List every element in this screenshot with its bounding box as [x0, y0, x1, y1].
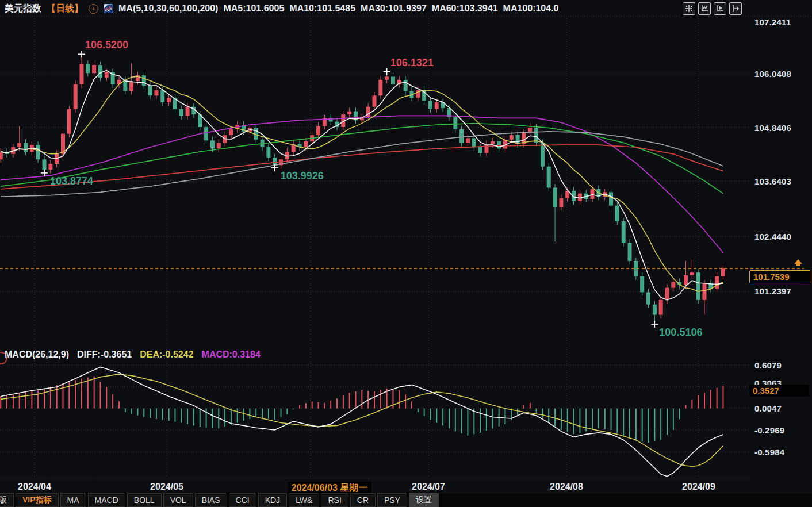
- indicator-tab-设置[interactable]: 设置: [409, 493, 439, 507]
- macd-axis-label: 0.6079: [754, 360, 782, 370]
- price-marker-label: 103.9926: [281, 170, 324, 182]
- macd-hist-value: MACD:0.3184: [202, 349, 261, 360]
- collapse-circle-icon[interactable]: +: [89, 4, 98, 14]
- legend-bar: 美元指数 【日线】 + MA(5,10,30,60,100,200) MA5:1…: [5, 1, 559, 16]
- month-label: 2024/04: [18, 482, 51, 492]
- chart-axes-icon[interactable]: [698, 2, 711, 15]
- indicator-tab-MA[interactable]: MA: [60, 493, 86, 507]
- indicator-tab-RSI[interactable]: RSI: [321, 493, 348, 507]
- indicator-tab-LW&[interactable]: LW&: [289, 493, 319, 507]
- indicator-tab-CR[interactable]: CR: [350, 493, 376, 507]
- indicator-thumbnail-icon[interactable]: [104, 4, 113, 13]
- month-label: 2024/08: [550, 482, 583, 492]
- month-label: 2024/05: [150, 482, 183, 492]
- ma30-value: MA30:101.9397: [361, 3, 427, 14]
- month-label: 2024/07: [412, 482, 445, 492]
- price-marker-label: 103.8774: [50, 175, 93, 187]
- main-axis-label: 102.4440: [754, 232, 791, 241]
- indicator-tab-CCI[interactable]: CCI: [229, 493, 256, 507]
- main-axis-label: 106.0408: [754, 69, 791, 79]
- price-marker-label: 106.5200: [85, 39, 128, 51]
- main-axis-label: 101.2397: [754, 286, 791, 296]
- month-label: 2024/09: [682, 482, 715, 492]
- pan-move-icon[interactable]: [683, 2, 695, 15]
- macd-axis-label: 0.0047: [754, 404, 782, 413]
- price-macd-chart[interactable]: 106.5200106.1321103.8774103.9926100.5106: [0, 0, 812, 507]
- macd-diff-value: DIFF:-0.3651: [77, 349, 132, 360]
- indicator-tab-KDJ[interactable]: KDJ: [258, 493, 287, 507]
- price-marker-label: 106.1321: [390, 57, 434, 68]
- ma-params-label: MA(5,10,30,60,100,200): [118, 3, 218, 14]
- ma5-value: MA5:101.6005: [223, 3, 284, 14]
- ma60-value: MA60:103.3941: [432, 3, 498, 14]
- main-axis-label: 103.6403: [754, 176, 791, 186]
- main-axis-label: 107.2411: [754, 17, 791, 27]
- indicator-tab-版[interactable]: 版: [0, 493, 14, 507]
- ma10-value: MA10:101.5485: [289, 3, 355, 14]
- macd-param-label: MACD(26,12,9): [5, 349, 69, 360]
- price-arrow-stem: [796, 264, 800, 266]
- indicator-tab-PSY[interactable]: PSY: [377, 493, 407, 507]
- chart-tool-buttons: [683, 2, 742, 15]
- indicator-tab-BIAS[interactable]: BIAS: [195, 493, 227, 507]
- macd-crosshair-badge: 0.3527: [749, 385, 809, 397]
- price-marker-label: 100.5106: [659, 327, 702, 338]
- macd-dea-value: DEA:-0.5242: [140, 349, 193, 360]
- indicator-tab-BOLL[interactable]: BOLL: [127, 493, 162, 507]
- price-arrow-icon: [794, 259, 802, 264]
- ma100-value: MA100:104.0: [503, 3, 559, 14]
- trading-chart-window: 美元指数 【日线】 + MA(5,10,30,60,100,200) MA5:1…: [0, 0, 812, 507]
- indicator-tab-MACD[interactable]: MACD: [88, 493, 125, 507]
- exit-pane-icon[interactable]: [729, 2, 742, 15]
- instrument-title: 美元指数: [5, 3, 41, 15]
- macd-legend: MACD(26,12,9) DIFF:-0.3651 DEA:-0.5242 M…: [5, 349, 261, 360]
- current-price-badge[interactable]: 101.7539: [749, 270, 810, 283]
- period-label[interactable]: 【日线】: [47, 3, 83, 15]
- macd-axis-label: -0.2969: [754, 425, 784, 435]
- macd-axis-label: -0.5984: [754, 447, 784, 457]
- chart-flag-icon[interactable]: [714, 2, 726, 15]
- indicator-tab-VOL[interactable]: VOL: [163, 493, 193, 507]
- main-axis-label: 104.8406: [754, 123, 791, 133]
- indicator-tab-VIP指标[interactable]: VIP指标: [16, 493, 59, 507]
- indicator-toolbar: 版VIP指标MAMACDBOLLVOLBIASCCIKDJLW&RSICRPSY…: [0, 493, 812, 507]
